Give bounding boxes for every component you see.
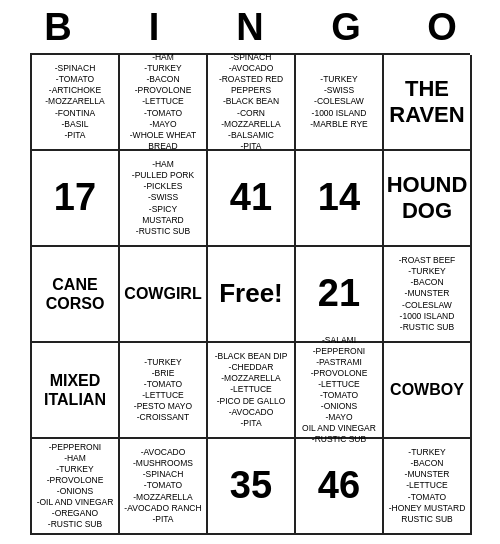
- bingo-cell-1: -HAM -TURKEY -BACON -PROVOLONE -LETTUCE …: [120, 55, 208, 151]
- bingo-letter-n: N: [206, 6, 294, 49]
- bingo-cell-11: COWGIRL: [120, 247, 208, 343]
- bingo-cell-15: MIXED ITALIAN: [32, 343, 120, 439]
- bingo-cell-21: -AVOCADO -MUSHROOMS -SPINACH -TOMATO -MO…: [120, 439, 208, 535]
- bingo-cell-3: -TURKEY -SWISS -COLESLAW -1000 ISLAND -M…: [296, 55, 384, 151]
- bingo-cell-8: 14: [296, 151, 384, 247]
- bingo-cell-19: COWBOY: [384, 343, 472, 439]
- bingo-letter-o: O: [398, 6, 486, 49]
- bingo-letter-b: B: [14, 6, 102, 49]
- bingo-cell-23: 46: [296, 439, 384, 535]
- bingo-cell-5: 17: [32, 151, 120, 247]
- bingo-cell-17: -BLACK BEAN DIP -CHEDDAR -MOZZARELLA -LE…: [208, 343, 296, 439]
- bingo-cell-2: -SPINACH -AVOCADO -ROASTED RED PEPPERS -…: [208, 55, 296, 151]
- bingo-cell-4: THE RAVEN: [384, 55, 472, 151]
- bingo-letter-g: G: [302, 6, 390, 49]
- bingo-cell-16: -TURKEY -BRIE -TOMATO -LETTUCE -PESTO MA…: [120, 343, 208, 439]
- bingo-letter-i: I: [110, 6, 198, 49]
- bingo-cell-14: -ROAST BEEF -TURKEY -BACON -MUNSTER -COL…: [384, 247, 472, 343]
- bingo-cell-0: -SPINACH -TOMATO -ARTICHOKE -MOZZARELLA …: [32, 55, 120, 151]
- bingo-cell-20: -PEPPERONI -HAM -TURKEY -PROVOLONE -ONIO…: [32, 439, 120, 535]
- bingo-grid: -SPINACH -TOMATO -ARTICHOKE -MOZZARELLA …: [30, 53, 470, 535]
- bingo-header: BINGO: [10, 0, 490, 53]
- bingo-cell-22: 35: [208, 439, 296, 535]
- bingo-cell-6: -HAM -PULLED PORK -PICKLES -SWISS -SPICY…: [120, 151, 208, 247]
- bingo-cell-24: -TURKEY -BACON -MUNSTER -LETTUCE -TOMATO…: [384, 439, 472, 535]
- bingo-cell-13: 21: [296, 247, 384, 343]
- bingo-cell-18: -SALAMI -PEPPERONI -PASTRAMI -PROVOLONE …: [296, 343, 384, 439]
- bingo-cell-9: HOUND DOG: [384, 151, 472, 247]
- bingo-cell-7: 41: [208, 151, 296, 247]
- bingo-cell-12: Free!: [208, 247, 296, 343]
- bingo-cell-10: CANE CORSO: [32, 247, 120, 343]
